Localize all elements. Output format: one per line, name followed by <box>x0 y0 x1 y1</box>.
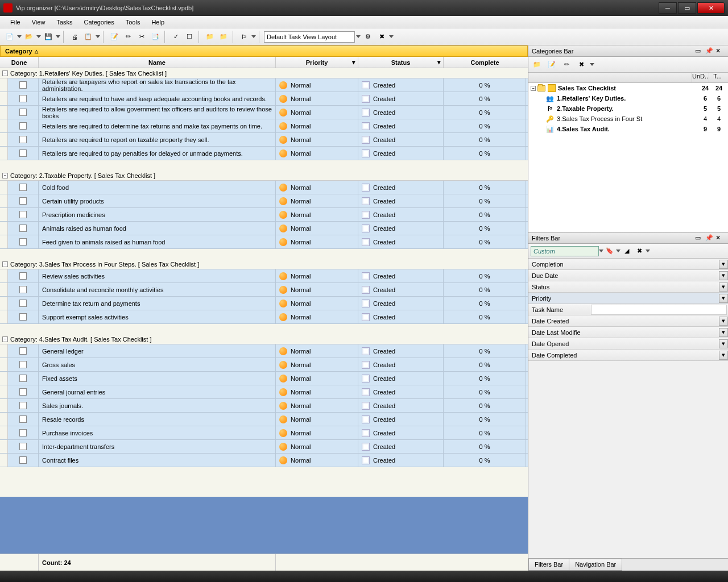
done-checkbox[interactable] <box>19 149 27 157</box>
chevron-down-icon[interactable]: ▾ <box>719 294 728 303</box>
filter-input[interactable] <box>591 305 727 315</box>
folder2-icon[interactable]: 📁 <box>217 31 230 43</box>
edit-category-icon[interactable]: 📝 <box>545 59 558 71</box>
collapse-icon[interactable]: − <box>2 173 8 178</box>
tree-root[interactable]: − Sales Tax Checklist 24 24 <box>528 83 728 93</box>
restore-icon[interactable]: ▭ <box>695 47 703 55</box>
done-checkbox[interactable] <box>19 361 27 368</box>
task-row[interactable]: Gross salesNormalCreated0 % <box>0 358 528 372</box>
delete-filter-icon[interactable]: ✖ <box>633 245 646 257</box>
close-panel-icon[interactable]: ✕ <box>715 47 723 55</box>
pin-icon[interactable]: 📌 <box>705 47 713 55</box>
done-checkbox[interactable] <box>19 238 27 246</box>
task-row[interactable]: Feed given to animals raised as human fo… <box>0 235 528 249</box>
done-checkbox[interactable] <box>19 402 27 409</box>
grid-body[interactable]: −Category: 1.Retailers' Key Duties. [ Sa… <box>0 68 528 497</box>
open-icon[interactable]: 📂 <box>23 31 35 43</box>
task-row[interactable]: Contract filesNormalCreated0 % <box>0 454 528 467</box>
done-checkbox[interactable] <box>19 286 27 293</box>
done-checkbox[interactable] <box>19 415 27 423</box>
task-row[interactable]: Retailers are required to have and keep … <box>0 92 528 106</box>
done-checkbox[interactable] <box>19 347 27 355</box>
task-row[interactable]: Consolidate and reconcile monthly activi… <box>0 283 528 297</box>
task-row[interactable]: Certain utility productsNormalCreated0 % <box>0 194 528 208</box>
task-row[interactable]: General journal entriesNormalCreated0 % <box>0 385 528 399</box>
group-row[interactable]: −Category: 4.Sales Tax Audit. [ Sales Ta… <box>0 334 528 344</box>
task-row[interactable]: Prescription medicinesNormalCreated0 % <box>0 208 528 222</box>
done-checkbox[interactable] <box>19 429 27 436</box>
layout-combo[interactable]: Default Task View Layout <box>264 31 355 43</box>
group-row[interactable]: −Category: 1.Retailers' Key Duties. [ Sa… <box>0 68 528 78</box>
print-icon[interactable]: 🖨 <box>68 31 81 43</box>
task-row[interactable]: Resale recordsNormalCreated0 % <box>0 413 528 426</box>
tab-filters-bar[interactable]: Filters Bar <box>528 559 569 571</box>
maximize-button[interactable]: ▭ <box>678 2 696 14</box>
chevron-down-icon[interactable]: ▾ <box>352 59 355 66</box>
done-checkbox[interactable] <box>19 109 27 116</box>
tree-item[interactable]: 👥1.Retailers' Key Duties.66 <box>528 93 728 103</box>
folder-icon[interactable]: 📁 <box>204 31 216 43</box>
tree-item[interactable]: 🔑3.Sales Tax Process in Four St44 <box>528 114 728 124</box>
menu-help[interactable]: Help <box>146 17 170 27</box>
menu-categories[interactable]: Categories <box>78 17 120 27</box>
menu-tasks[interactable]: Tasks <box>51 17 78 27</box>
clear-icon[interactable]: ✖ <box>375 31 388 43</box>
tree-item[interactable]: 📊4.Sales Tax Audit.99 <box>528 124 728 134</box>
task-row[interactable]: Support exempt sales activitiesNormalCre… <box>0 310 528 324</box>
menu-view[interactable]: View <box>26 17 51 27</box>
task-row[interactable]: Purchase invoicesNormalCreated0 % <box>0 426 528 440</box>
collapse-icon[interactable]: − <box>2 261 8 267</box>
pin-icon[interactable]: 📌 <box>705 234 713 242</box>
chevron-down-icon[interactable]: ▾ <box>719 351 728 360</box>
done-checkbox[interactable] <box>19 388 27 396</box>
task-row[interactable]: Sales journals.NormalCreated0 % <box>0 399 528 413</box>
close-panel-icon[interactable]: ✕ <box>715 234 723 242</box>
done-checkbox[interactable] <box>19 313 27 321</box>
delete-task-icon[interactable]: ✂ <box>135 31 148 43</box>
done-checkbox[interactable] <box>19 184 27 191</box>
check-icon[interactable]: ✓ <box>169 31 182 43</box>
done-checkbox[interactable] <box>19 456 27 464</box>
tab-navigation-bar[interactable]: Navigation Bar <box>569 559 622 571</box>
uncheck-icon[interactable]: ☐ <box>183 31 196 43</box>
edit-task-icon[interactable]: ✏ <box>122 31 134 43</box>
page-icon[interactable]: 📋 <box>82 31 94 43</box>
task-row[interactable]: Retailers are taxpayers who report on sa… <box>0 78 528 92</box>
delete-category-icon[interactable]: ✖ <box>575 59 588 71</box>
task-row[interactable]: Animals raised as human foodNormalCreate… <box>0 222 528 235</box>
chevron-down-icon[interactable]: ▾ <box>437 59 441 66</box>
task-row[interactable]: Inter-department transfersNormalCreated0… <box>0 440 528 454</box>
done-checkbox[interactable] <box>19 81 27 89</box>
done-checkbox[interactable] <box>19 95 27 102</box>
save-icon[interactable]: 💾 <box>42 31 55 43</box>
close-button[interactable]: ✕ <box>697 2 725 14</box>
flag-icon[interactable]: 🏳 <box>238 31 250 43</box>
chevron-down-icon[interactable]: ▾ <box>719 271 728 280</box>
menu-file[interactable]: File <box>5 17 26 27</box>
tree-item[interactable]: 🏳2.Taxable Property.55 <box>528 103 728 114</box>
menu-tools[interactable]: Tools <box>120 17 146 27</box>
done-checkbox[interactable] <box>19 136 27 143</box>
task-row[interactable]: Fixed assetsNormalCreated0 % <box>0 372 528 385</box>
collapse-icon[interactable]: − <box>2 70 8 76</box>
collapse-icon[interactable]: − <box>531 86 536 91</box>
done-checkbox[interactable] <box>19 272 27 280</box>
filter-preset-combo[interactable]: Custom <box>531 246 599 256</box>
erase-icon[interactable]: ◢ <box>621 245 633 257</box>
done-checkbox[interactable] <box>19 211 27 218</box>
chevron-down-icon[interactable]: ▾ <box>719 282 728 292</box>
chevron-down-icon[interactable]: ▾ <box>719 339 728 348</box>
col-done[interactable]: Done <box>0 57 39 68</box>
filter-action-icon[interactable]: 🔖 <box>603 245 616 257</box>
task-row[interactable]: Retailers are required to pay penalties … <box>0 147 528 160</box>
task-row[interactable]: Retailers are required to determine tax … <box>0 119 528 133</box>
new-category-icon[interactable]: 📁 <box>531 59 543 71</box>
new-task-icon[interactable]: 📝 <box>108 31 121 43</box>
chevron-down-icon[interactable]: ▾ <box>719 328 728 337</box>
col-name[interactable]: Name <box>39 57 276 68</box>
task-row[interactable]: Determine tax return and paymentsNormalC… <box>0 297 528 310</box>
minimize-button[interactable]: ─ <box>659 2 677 14</box>
col-complete[interactable]: Complete <box>444 57 526 68</box>
done-checkbox[interactable] <box>19 225 27 232</box>
restore-icon[interactable]: ▭ <box>695 234 703 242</box>
